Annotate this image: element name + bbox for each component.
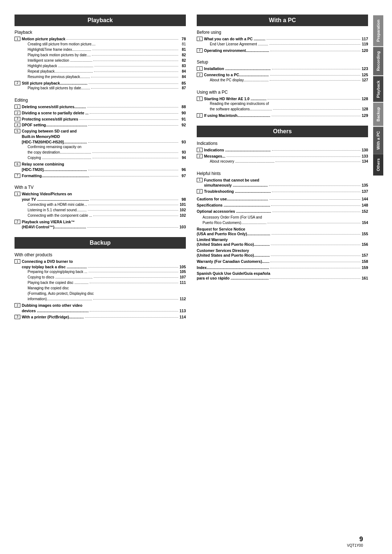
toc-item-indications: 1 Indications ..........................… (197, 147, 368, 153)
toc-item-messages: 2 Messages... 133 About recovery .......… (197, 154, 368, 164)
sidebar-tab-recording: Recording (373, 46, 383, 75)
before-using-title: Before using (197, 30, 368, 35)
with-other-products-title: With other products (15, 252, 186, 257)
toc-item-protecting: 3 Protecting scenes/still pictures 91 (15, 117, 186, 122)
toc-item-formatting: 7 Formatting............................… (15, 173, 186, 179)
sidebar-tab-backup: Backup (373, 102, 383, 126)
backup-header: Backup (15, 237, 186, 249)
setup-title: Setup (197, 60, 368, 65)
toc-item-still-picture: 2 Still picture playback................… (15, 81, 186, 91)
helpful-hints-title: Helpful hints (197, 171, 368, 176)
others-header: Others (197, 126, 368, 137)
backup-section: Backup With other products 1 Connecting … (15, 237, 186, 320)
toc-item-what-pc: 1 What you can do with a PC ........... … (197, 36, 368, 47)
toc-item-printer: 3 With a printer (PictBridge)...........… (15, 314, 186, 320)
toc-item-hd-writer: 1 Starting HD Writer AE 1.0 ............… (197, 96, 368, 113)
toc-item-dpof: 4 DPOF setting..........................… (15, 122, 186, 128)
toc-item-dubbing: 2 Dubbing images onto other video device… (15, 303, 186, 313)
toc-item-operating-env: 2 Operating environment.................… (197, 48, 368, 53)
toc-item-functions-cannot: 1 Functions that cannot be used simultan… (197, 178, 368, 188)
toc-item-deleting: 1 Deleting scenes/still pictures........… (15, 104, 186, 110)
vqt-code: VQT1Y00 (347, 543, 363, 547)
sidebar-tab-playback: Playback (373, 76, 383, 102)
right-column: With a PC Before using 1 What you can do… (197, 15, 368, 539)
toc-item-dividing: 2 Dividing a scene to partially delete .… (15, 110, 186, 116)
toc-item-macintosh: 2 If using Macintosh....................… (197, 113, 368, 118)
toc-item-relay: 6 Relay scene combining [HDC-TM20]......… (15, 162, 186, 172)
sidebar-tabs: Preparation Recording Playback Backup Wi… (372, 15, 385, 539)
toc-item-motion-picture: 1 Motion picture playback 78 Creating st… (15, 36, 186, 80)
using-with-pc-title: Using with a PC (197, 90, 368, 95)
editing-sub-title: Editing (15, 98, 186, 103)
toc-item-installation: 1 Installation .........................… (197, 66, 368, 72)
toc-item-connecting-pc: 2 Connecting to a PC....................… (197, 72, 368, 83)
with-tv-sub-title: With a TV (15, 185, 186, 190)
toc-item-watching: 1 Watching Video/Pictures on your TV ...… (15, 191, 186, 218)
toc-item-dvd-burner: 1 Connecting a DVD burner to copy to/pla… (15, 259, 186, 302)
left-column: Playback Playback 1 Motion picture playb… (15, 15, 186, 539)
others-section: Others Indications 1 Indications .......… (197, 126, 368, 282)
standalone-items: Cautions for use........................… (197, 196, 368, 281)
playback-header: Playback (15, 15, 186, 26)
toc-item-viera: 2 Playback using VIERA Link™ (HDAVI Cont… (15, 219, 186, 230)
page-number: 9 (359, 535, 363, 543)
indications-title: Indications (197, 141, 368, 146)
with-a-pc-section: With a PC Before using 1 What you can do… (197, 15, 368, 119)
sidebar-tab-withapc: With a PC (373, 126, 383, 154)
playback-sub-title: Playback (15, 30, 186, 35)
sidebar-tab-preparation: Preparation (373, 15, 383, 46)
toc-item-troubleshooting: 2 Troubleshooting ......................… (197, 189, 368, 194)
sidebar-tab-others: Others (373, 154, 383, 175)
toc-item-copying-sd: 5 Copying between SD card and Built-in M… (15, 129, 186, 161)
with-a-pc-header: With a PC (197, 15, 368, 26)
playback-section: Playback Playback 1 Motion picture playb… (15, 15, 186, 231)
